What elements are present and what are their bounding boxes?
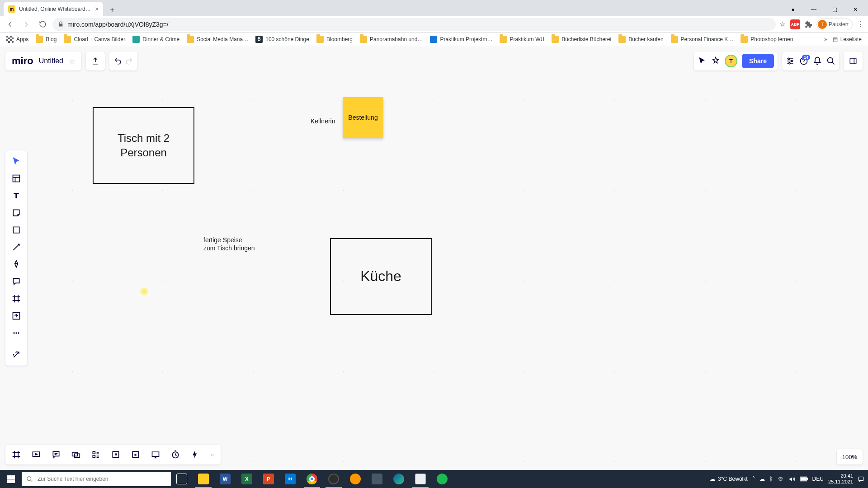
extensions-icon[interactable] — [805, 21, 812, 28]
bookmark-item[interactable]: Blog — [33, 34, 59, 45]
shape-kueche[interactable]: Küche — [330, 238, 432, 315]
bookmark-item[interactable]: B100 schöne Dinge — [253, 34, 312, 45]
select-tool[interactable] — [8, 153, 24, 169]
magic-tool[interactable] — [8, 347, 24, 363]
shape-tisch[interactable]: Tisch mit 2 Personen — [93, 107, 194, 184]
file-explorer-icon[interactable] — [193, 470, 214, 488]
battery-icon[interactable] — [800, 476, 808, 482]
export-button[interactable] — [86, 52, 105, 70]
miro-logo[interactable]: miro — [12, 55, 33, 67]
volume-icon[interactable] — [788, 476, 795, 483]
bookmark-item[interactable]: Praktikum Projektm… — [427, 34, 495, 45]
comment-tool[interactable] — [8, 273, 24, 290]
back-button[interactable] — [4, 18, 16, 31]
export-panel-icon[interactable] — [108, 447, 123, 462]
reading-list-button[interactable]: ▤Leseliste — [830, 34, 864, 45]
screen-share-icon[interactable] — [148, 447, 163, 462]
list-panel-icon[interactable] — [89, 447, 103, 462]
sticky-text[interactable]: Bestellung — [348, 114, 377, 121]
notifications-tray-icon[interactable] — [858, 476, 864, 483]
tray-overflow-icon[interactable]: ˄ — [752, 476, 755, 482]
zoom-indicator[interactable]: 100% — [837, 449, 863, 465]
shape-text[interactable]: Tisch mit 2 Personen — [118, 131, 170, 160]
collapse-toolbar-icon[interactable]: « — [208, 451, 217, 458]
weather-widget[interactable]: ☁ 3°C Bewölkt — [710, 476, 748, 482]
maximize-window-button[interactable]: ▢ — [825, 3, 844, 16]
url-box[interactable]: miro.com/app/board/uXjVOf8yZ3g=/ — [52, 18, 776, 31]
reload-button[interactable] — [36, 18, 49, 31]
bookmark-item[interactable]: Cload + Canva Bilder — [61, 34, 128, 45]
label-kellnerin[interactable]: Kellnerin — [311, 117, 335, 125]
bookmark-item[interactable]: Dinner & Crime — [130, 34, 182, 45]
chrome-profile[interactable]: T Pausiert — [816, 19, 853, 30]
star-board-icon[interactable]: ☆ — [69, 57, 75, 66]
notepad-icon[interactable] — [410, 470, 431, 488]
text-tool[interactable] — [8, 188, 24, 204]
wifi-icon[interactable] — [777, 476, 784, 483]
import-panel-icon[interactable] — [128, 447, 143, 462]
board-title-pill[interactable]: miro Untitled ☆ — [5, 52, 81, 70]
bookmark-item[interactable]: Personal Finance K… — [668, 34, 736, 45]
start-button[interactable] — [0, 470, 22, 488]
settings-dot-icon[interactable]: ● — [783, 3, 803, 16]
shape-tool[interactable] — [8, 222, 24, 238]
task-view-icon[interactable] — [171, 470, 193, 488]
taskbar-search[interactable]: Zur Suche Text hier eingeben — [22, 472, 171, 486]
board-title[interactable]: Untitled — [39, 57, 63, 65]
abp-extension-icon[interactable]: ABP — [790, 19, 800, 29]
spotify-icon[interactable] — [431, 470, 453, 488]
more-tools[interactable] — [8, 325, 24, 341]
side-panel-button[interactable] — [844, 52, 863, 70]
edge-icon[interactable] — [388, 470, 410, 488]
powerpoint-icon[interactable]: P — [258, 470, 279, 488]
timer-icon[interactable] — [168, 447, 183, 462]
frame-tool[interactable] — [8, 291, 24, 307]
close-window-button[interactable]: ✕ — [845, 3, 865, 16]
activity-icon[interactable] — [188, 447, 203, 462]
new-tab-button[interactable]: + — [106, 4, 118, 16]
share-button[interactable]: Share — [742, 54, 774, 68]
bookmark-apps[interactable]: Apps — [4, 34, 31, 45]
settings-icon[interactable] — [786, 56, 795, 66]
search-icon[interactable] — [826, 56, 835, 66]
chat-panel-icon[interactable] — [49, 447, 63, 462]
help-button[interactable]: 14 — [799, 56, 808, 66]
user-avatar[interactable]: T — [725, 55, 737, 67]
app-icon[interactable] — [344, 470, 366, 488]
sticky-note-tool[interactable] — [8, 205, 24, 221]
chrome-icon[interactable] — [301, 470, 323, 488]
bluetooth-icon[interactable]: ᛒ — [769, 476, 773, 482]
chrome-menu-icon[interactable]: ⋮ — [857, 20, 864, 28]
bookmark-item[interactable]: Praktikum WU — [497, 34, 547, 45]
line-tool[interactable] — [8, 239, 24, 255]
reactions-icon[interactable] — [711, 56, 720, 66]
notifications-icon[interactable] — [813, 56, 822, 66]
bookmark-item[interactable]: Bücher kaufen — [616, 34, 666, 45]
minimize-window-button[interactable]: — — [804, 3, 824, 16]
card-panel-icon[interactable] — [69, 447, 83, 462]
redo-button[interactable] — [125, 57, 133, 65]
cursor-tool-icon[interactable] — [698, 56, 707, 66]
bookmark-item[interactable]: Social Media Mana… — [184, 34, 251, 45]
shape-text[interactable]: Küche — [360, 267, 401, 286]
presentation-icon[interactable] — [29, 447, 43, 462]
undo-button[interactable] — [114, 57, 122, 65]
bookmark-item[interactable]: Panoramabahn und… — [357, 34, 425, 45]
excel-icon[interactable]: X — [236, 470, 258, 488]
templates-tool[interactable] — [8, 170, 24, 187]
bookmark-item[interactable]: Bloomberg — [314, 34, 355, 45]
bookmarks-overflow-icon[interactable]: » — [824, 36, 827, 42]
calendar-icon[interactable]: 31 — [279, 470, 301, 488]
language-indicator[interactable]: DEU — [812, 476, 824, 482]
label-speise[interactable]: fertige Speise zum Tisch bringen — [203, 236, 255, 252]
bookmark-item[interactable]: Photoshop lernen — [738, 34, 796, 45]
clock[interactable]: 20:41 25.11.2021 — [828, 473, 853, 484]
app-icon[interactable] — [366, 470, 388, 488]
star-bookmark-icon[interactable]: ☆ — [779, 20, 786, 28]
bookmark-item[interactable]: Bücherliste Bücherei — [549, 34, 614, 45]
pen-tool[interactable] — [8, 256, 24, 272]
browser-tab-active[interactable]: m Untitled, Online Whiteboard for × — [4, 2, 103, 16]
sticky-bestellung[interactable]: Bestellung — [343, 97, 383, 138]
obs-icon[interactable] — [323, 470, 344, 488]
upload-tool[interactable] — [8, 308, 24, 324]
